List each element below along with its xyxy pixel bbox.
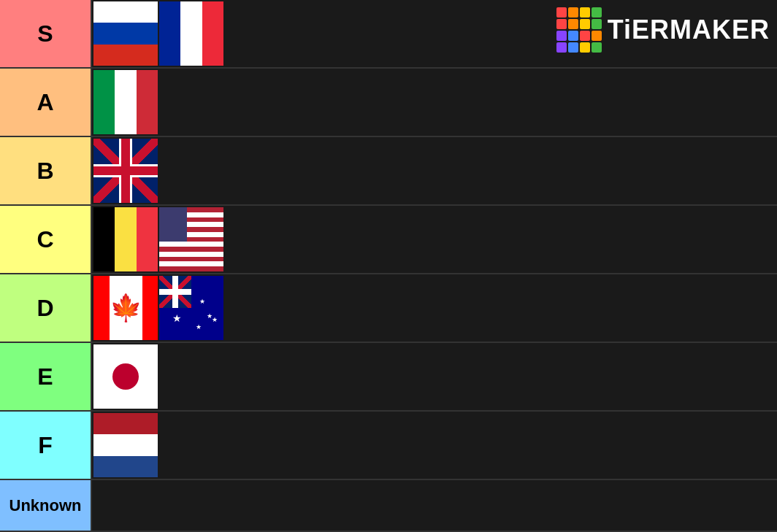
tier-label-e: E	[0, 343, 92, 410]
italy-stripe-white	[115, 70, 136, 134]
netherlands-stripe-blue	[93, 456, 158, 477]
logo-dot	[556, 31, 567, 41]
uk-flag	[93, 139, 158, 203]
tier-label-text-e: E	[37, 363, 53, 390]
australia-flag: ★ ★ ★ ★ ★	[159, 276, 223, 340]
russia-stripe-blue	[93, 23, 158, 44]
tier-content-b	[92, 137, 777, 204]
tier-label-text-b: B	[37, 158, 53, 185]
japan-flag	[93, 344, 158, 409]
tier-content-unknown	[92, 480, 777, 531]
logo-dot	[580, 42, 590, 53]
tier-row-d: D 🍁 ★ ★ ★ ★	[0, 274, 777, 343]
logo-dot	[592, 7, 602, 18]
australia-stars: ★ ★ ★ ★ ★	[159, 276, 223, 340]
russia-flag	[93, 1, 158, 66]
logo-dot	[556, 19, 567, 29]
flag-usa[interactable]	[159, 207, 223, 271]
tier-list: S A	[0, 0, 777, 532]
logo-dot	[592, 19, 602, 29]
logo-dot	[568, 7, 578, 18]
italy-stripe-green	[93, 70, 115, 134]
tier-label-c: C	[0, 206, 92, 273]
flag-canada[interactable]: 🍁	[93, 276, 158, 340]
france-flag	[159, 1, 223, 66]
logo-dot	[592, 42, 602, 53]
flag-australia[interactable]: ★ ★ ★ ★ ★	[159, 276, 223, 340]
logo-text: TiERMAKER	[608, 15, 770, 45]
france-stripe-white	[180, 1, 202, 66]
tier-label-f: F	[0, 412, 92, 479]
logo-dot	[580, 31, 590, 41]
flag-netherlands[interactable]	[93, 413, 158, 477]
star-icon: ★	[212, 316, 218, 323]
uk-cross	[93, 139, 158, 203]
canada-band-right	[142, 276, 158, 340]
logo-dot	[568, 19, 578, 29]
tier-row-c: C	[0, 206, 777, 274]
belgium-stripe-black	[93, 207, 115, 271]
star-icon: ★	[196, 323, 202, 331]
france-stripe-red	[202, 1, 223, 66]
tier-label-a: A	[0, 69, 92, 136]
tier-label-b: B	[0, 137, 92, 204]
tier-content-f	[92, 412, 777, 479]
logo-dot	[556, 42, 567, 53]
belgium-flag	[93, 207, 158, 271]
italy-stripe-red	[137, 70, 158, 134]
tiermaker-logo: TiERMAKER	[556, 7, 770, 53]
tier-content-a	[92, 69, 777, 136]
star-icon: ★	[172, 312, 182, 324]
logo-dot	[580, 7, 590, 18]
tier-label-unknown: Unknown	[0, 480, 92, 531]
canada-band-center: 🍁	[110, 276, 142, 340]
tier-row-unknown: Unknown	[0, 480, 777, 532]
tier-row-f: F	[0, 412, 777, 480]
tier-content-c	[92, 206, 777, 273]
logo-dot	[556, 7, 567, 18]
russia-stripe-red	[93, 45, 158, 66]
canada-flag: 🍁	[93, 276, 158, 340]
belgium-stripe-yellow	[115, 207, 136, 271]
tier-content-e	[92, 343, 777, 410]
canada-band-left	[93, 276, 110, 340]
france-stripe-blue	[159, 1, 180, 66]
tier-label-d: D	[0, 274, 92, 342]
tier-label-text-a: A	[37, 89, 53, 116]
belgium-stripe-red	[137, 207, 158, 271]
maple-leaf-icon: 🍁	[110, 295, 142, 321]
flag-japan[interactable]	[93, 344, 158, 409]
tier-label-s: S	[0, 0, 92, 67]
italy-flag	[93, 70, 158, 134]
logo-dot	[580, 19, 590, 29]
usa-canton	[159, 207, 187, 242]
tier-label-text-d: D	[37, 295, 53, 322]
japan-circle	[112, 363, 139, 390]
netherlands-flag	[93, 413, 158, 477]
flag-belgium[interactable]	[93, 207, 158, 271]
netherlands-stripe-white	[93, 434, 158, 455]
flag-russia[interactable]	[93, 1, 158, 66]
flag-france[interactable]	[159, 1, 223, 66]
logo-dot	[568, 31, 578, 41]
logo-grid	[556, 7, 602, 53]
tier-row-e: E	[0, 343, 777, 412]
tier-label-text-f: F	[38, 432, 53, 459]
flag-uk[interactable]	[93, 139, 158, 203]
tier-row-a: A	[0, 69, 777, 137]
logo-dot	[568, 42, 578, 53]
logo-dot	[592, 31, 602, 41]
usa-flag	[159, 207, 223, 271]
tier-label-text-unknown: Unknown	[9, 496, 82, 515]
tier-row-b: B	[0, 137, 777, 206]
russia-stripe-white	[93, 1, 158, 23]
netherlands-stripe-red	[93, 413, 158, 434]
tier-content-d: 🍁 ★ ★ ★ ★ ★	[92, 274, 777, 342]
flag-italy[interactable]	[93, 70, 158, 134]
star-icon: ★	[199, 298, 205, 305]
tier-label-text-s: S	[37, 20, 53, 47]
tier-label-text-c: C	[37, 226, 53, 253]
